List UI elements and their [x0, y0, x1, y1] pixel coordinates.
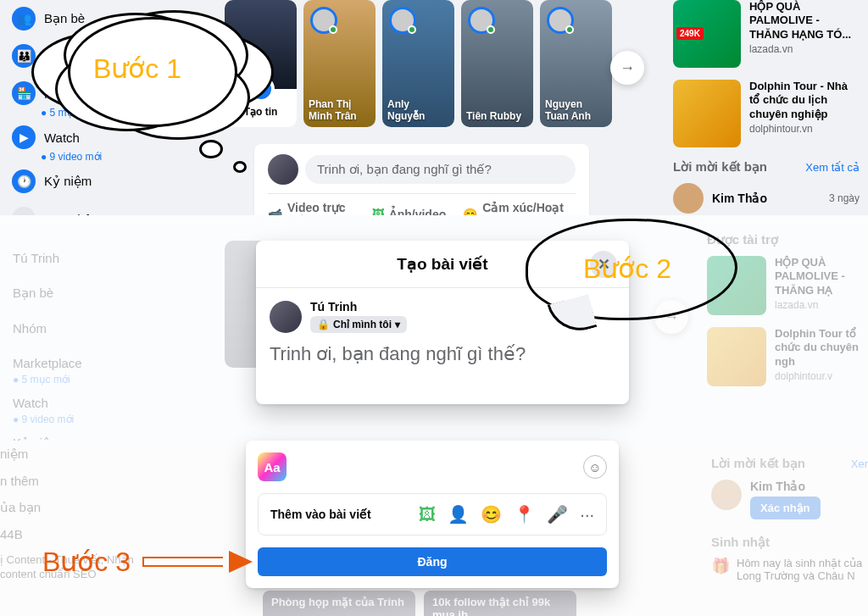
emoji-picker-button[interactable]: ☺	[583, 455, 607, 479]
stories-next-button[interactable]: →	[610, 51, 644, 85]
background-picker-button[interactable]: Aa	[258, 452, 287, 481]
add-to-post-label: Thêm vào bài viết	[270, 508, 371, 521]
right-column: 249K HỘP QUÀ PALMOLIVE - THĂNG HẠNG TÓ..…	[673, 0, 860, 214]
privacy-selector[interactable]: 🔒 Chỉ mình tôi ▾	[310, 316, 407, 333]
sponsored-ad[interactable]: Dolphin Tour - Nhà tổ chức du lịch chuyê…	[673, 80, 860, 147]
ad-domain: lazada.vn	[749, 43, 860, 55]
gift-icon: 🎁	[711, 557, 730, 582]
ad-domain: dolphintour.vn	[749, 123, 860, 135]
promo-card: 10k follow thật chỉ 99k mua ib	[424, 591, 576, 616]
nav-sublabel: ● 9 video mới	[41, 151, 212, 163]
arrow-icon	[142, 553, 253, 570]
step1-callout: Bước 1	[68, 17, 237, 127]
story-name: Tiên Rubby	[466, 110, 528, 122]
story-card[interactable]: Phan Thị Minh Trân	[303, 0, 376, 127]
plus-icon: +	[248, 75, 275, 103]
avatar[interactable]	[268, 154, 298, 185]
nav-item: Nhóm	[13, 311, 82, 346]
step2-label: Bước 2	[583, 253, 671, 285]
post-textarea[interactable]: Trinh ơi, bạn đang nghĩ gì thế?	[256, 336, 629, 404]
left-nav-faded: Tú Trinh Bạn bè Nhóm Marketplace ● 5 mục…	[13, 241, 82, 461]
feeling-icon[interactable]: 😊	[481, 504, 502, 524]
online-dot-icon	[408, 25, 416, 34]
nav-item: Bạn bè	[13, 275, 82, 311]
more-icon[interactable]: ···	[580, 505, 594, 524]
add-to-post-row: Thêm vào bài viết 🖼 👤 😊 📍 🎤 ···	[258, 493, 607, 536]
story-name: Phan Thị Minh Trân	[309, 98, 370, 122]
avatar	[711, 480, 742, 510]
story-name: Nguyen Tuan Anh	[545, 98, 607, 122]
story-card[interactable]: Tiên Rubby	[461, 0, 533, 127]
nav-memories[interactable]: 🕐Kỷ niệm	[8, 163, 212, 200]
step1-label: Bước 1	[93, 53, 181, 85]
online-dot-icon	[329, 25, 337, 34]
nav-item: Tú Trinh	[13, 241, 82, 275]
step3-callout: Bước 3	[42, 546, 253, 578]
online-dot-icon	[487, 25, 495, 34]
online-dot-icon	[565, 25, 574, 34]
composer-input[interactable]: Trinh ơi, bạn đang nghĩ gì thế?	[305, 155, 576, 184]
nav-sublabel: ● 9 video mới	[13, 413, 82, 425]
create-post-modal-bottom: Aa ☺ Thêm vào bài viết 🖼 👤 😊 📍 🎤 ··· Đăn…	[246, 441, 619, 588]
stories-tray: + Tạo tin Phan Thị Minh Trân Anly Nguyễn…	[225, 0, 612, 127]
location-icon[interactable]: 📍	[514, 504, 535, 524]
avatar	[673, 183, 704, 214]
story-name: Anly Nguyễn	[387, 98, 449, 122]
avatar	[270, 301, 302, 333]
nav-label: Kỷ niệm	[44, 174, 92, 189]
story-card[interactable]: Anly Nguyễn	[382, 0, 454, 127]
modal-username: Tú Trinh	[310, 300, 407, 314]
birthday-title: Sinh nhật	[711, 535, 868, 550]
ad-title: Dolphin Tour - Nhà tổ chức du lịch chuyê…	[749, 80, 860, 121]
photo-icon[interactable]: 🖼	[419, 505, 436, 524]
mic-icon[interactable]: 🎤	[547, 504, 568, 524]
price-badge: 249K	[676, 27, 704, 40]
confirm-button[interactable]: Xác nhận	[750, 497, 821, 519]
right-column-faded: Lời mời kết bạnXer Kim Thảo Xác nhận Sin…	[711, 449, 868, 582]
story-card[interactable]: Nguyen Tuan Anh	[540, 0, 612, 127]
modal-title: Tạo bài viết	[397, 255, 487, 273]
see-all-link[interactable]: Xem tất cả	[805, 161, 860, 174]
friend-time: 3 ngày	[829, 192, 860, 204]
friend-name: Kim Thảo	[712, 191, 767, 205]
friend-request-item[interactable]: Kim Thảo 3 ngày	[673, 183, 860, 214]
step2-callout: Bước 2	[526, 219, 737, 320]
tag-people-icon[interactable]: 👤	[448, 504, 469, 524]
nav-label: Watch	[44, 130, 80, 145]
step3-label: Bước 3	[42, 546, 131, 578]
post-button[interactable]: Đăng	[258, 547, 607, 576]
ad-title: HỘP QUÀ PALMOLIVE - THĂNG HẠNG TÓ...	[749, 0, 860, 42]
nav-sublabel: ● 5 mục mới	[13, 374, 82, 386]
sponsored-ad[interactable]: 249K HỘP QUÀ PALMOLIVE - THĂNG HẠNG TÓ..…	[673, 0, 860, 68]
friend-requests-title: Lời mời kết bạn	[673, 159, 767, 175]
room-card: Phòng họp mặt của Trinh	[263, 591, 415, 616]
